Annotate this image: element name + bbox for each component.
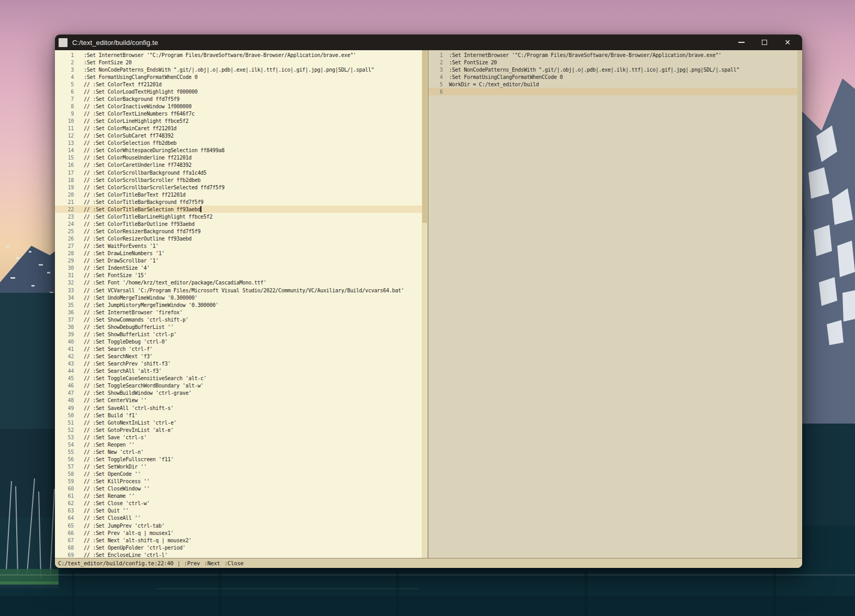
code-line[interactable]: 56// :Set ToggleFullscreen 'f11' bbox=[55, 455, 422, 463]
code-line[interactable]: 3:Set NonCodePatterns_EndsWith ".git/|.o… bbox=[55, 66, 422, 73]
code-line[interactable]: 47// :Set ShowBuildWindow 'ctrl-grave' bbox=[55, 390, 422, 397]
code-line[interactable]: 44// :Set SearchAll 'alt-f3' bbox=[55, 368, 422, 375]
code-line[interactable]: 11// :Set ColorMainCaret ff21201d bbox=[55, 125, 422, 132]
left-pane-scrollbar[interactable] bbox=[422, 50, 428, 558]
code-line[interactable]: 59// :Set KillProcess '' bbox=[55, 478, 422, 485]
code-line[interactable]: 49// :Set SaveAll 'ctrl-shift-s' bbox=[55, 404, 422, 412]
line-text: // :Set CenterView '' bbox=[84, 397, 147, 403]
code-line[interactable]: 4:Set FormatUsingClangFormatWhenCCode 0 bbox=[55, 73, 422, 81]
left-editor-pane[interactable]: 1:Set InternetBrowser '"C:/Program Files… bbox=[55, 50, 422, 558]
code-line[interactable]: 39// :Set ShowBufferList 'ctrl-p' bbox=[55, 330, 422, 338]
code-line[interactable]: 2:Set FontSize 20 bbox=[429, 59, 797, 66]
code-line[interactable]: 26// :Set ColorResizerOutline ff93aebd bbox=[55, 235, 422, 243]
code-line[interactable]: 40// :Set ToggleDebug 'ctrl-0' bbox=[55, 338, 422, 345]
code-line[interactable]: 48// :Set CenterView '' bbox=[55, 397, 422, 404]
code-line[interactable]: 5// :Set ColorText ff21201d bbox=[55, 81, 422, 88]
right-editor-pane[interactable]: 1:Set InternetBrowser '"C:/Program Files… bbox=[429, 50, 797, 558]
code-line[interactable]: 18// :Set ColorScrollbarScroller ffb2dbe… bbox=[55, 176, 422, 184]
code-line[interactable]: 12// :Set ColorSubCaret ff748392 bbox=[55, 132, 422, 140]
code-line[interactable]: 38// :Set ShowDebugBufferList '' bbox=[55, 323, 422, 330]
code-line[interactable]: 13// :Set ColorSelection ffb2dbeb bbox=[55, 140, 422, 147]
code-line[interactable]: 1:Set InternetBrowser '"C:/Program Files… bbox=[429, 51, 797, 59]
code-line[interactable]: 54// :Set Reopen '' bbox=[55, 441, 422, 448]
close-button[interactable]: ✕ bbox=[776, 35, 799, 50]
code-line[interactable]: 6// :Set ColorLoadTextHighlight f000000 bbox=[55, 88, 422, 95]
code-line[interactable]: 50// :Set Build 'f1' bbox=[55, 412, 422, 419]
code-line[interactable]: 30// :Set IndentSize '4' bbox=[55, 265, 422, 272]
line-text: // :Set ColorCaretUnderline ff748392 bbox=[84, 162, 192, 168]
line-text: // :Set ToggleCaseSensitiveSearch 'alt-c… bbox=[84, 375, 207, 381]
code-line[interactable]: 69// :Set EncloseLine 'ctrl-l' bbox=[55, 551, 422, 558]
code-line[interactable]: 17// :Set ColorScrollbarBackground ffa1c… bbox=[55, 169, 422, 176]
code-line[interactable]: 19// :Set ColorScrollbarScrollerSelected… bbox=[55, 184, 422, 191]
left-pane-scrollbar-thumb[interactable] bbox=[422, 50, 427, 223]
code-line[interactable]: 63// :Set Quit '' bbox=[55, 507, 422, 515]
line-number: 2 bbox=[429, 60, 443, 65]
line-number: 64 bbox=[55, 515, 74, 521]
code-line[interactable]: 37// :Set ShowCommands 'ctrl-shift-p' bbox=[55, 316, 422, 323]
code-line[interactable]: 43// :Set SearchPrev 'shift-f3' bbox=[55, 360, 422, 368]
code-line[interactable]: 20// :Set ColorTitleBarText ff21201d bbox=[55, 191, 422, 198]
code-line[interactable]: 52// :Set GotoPrevInList 'alt-e' bbox=[55, 426, 422, 434]
minimize-button[interactable] bbox=[730, 35, 753, 50]
line-number: 11 bbox=[55, 126, 74, 131]
code-line[interactable]: 32// :Set Font '/home/krz/text_editor/pa… bbox=[55, 279, 422, 287]
code-line[interactable]: 68// :Set OpenUpFolder 'ctrl-period' bbox=[55, 544, 422, 551]
status-command-next[interactable]: :Next bbox=[204, 560, 220, 566]
code-line[interactable]: 55// :Set New 'ctrl-n' bbox=[55, 448, 422, 455]
code-line[interactable]: 36// :Set InternetBrowser 'firefox' bbox=[55, 309, 422, 316]
code-line[interactable]: 8// :Set ColorInactiveWindow 1f000000 bbox=[55, 102, 422, 110]
code-line[interactable]: 3:Set NonCodePatterns_EndsWith ".git/|.o… bbox=[429, 66, 797, 73]
code-line[interactable]: 5WorkDir = C:/text_editor/build bbox=[429, 81, 797, 88]
code-line[interactable]: 4:Set FormatUsingClangFormatWhenCCode 0 bbox=[429, 73, 797, 81]
line-number: 38 bbox=[55, 324, 74, 330]
line-text: // :Set ColorTitleBarLineHighlight ffbce… bbox=[84, 214, 212, 220]
code-line[interactable]: 29// :Set DrawScrollbar '1' bbox=[55, 257, 422, 265]
line-number: 7 bbox=[55, 96, 74, 102]
code-line[interactable]: 51// :Set GotoNextInList 'ctrl-e' bbox=[55, 419, 422, 426]
line-text: // :Set ColorWhitespaceDuringSelection f… bbox=[84, 147, 224, 153]
code-line[interactable]: 66// :Set Prev 'alt-q | mousex1' bbox=[55, 529, 422, 537]
code-line[interactable]: 27// :Set WaitForEvents '1' bbox=[55, 243, 422, 250]
code-line[interactable]: 9// :Set ColorTextLineNumbers ff646f7c bbox=[55, 110, 422, 118]
code-line[interactable]: 42// :Set SearchNext 'f3' bbox=[55, 353, 422, 360]
line-number: 57 bbox=[55, 464, 74, 470]
line-text: // :Set CloseWindow '' bbox=[84, 486, 150, 492]
code-line[interactable]: 2:Set FontSize 20 bbox=[55, 59, 422, 66]
code-line[interactable]: 57// :Set SetWorkDir '' bbox=[55, 463, 422, 471]
code-line[interactable]: 23// :Set ColorTitleBarLineHighlight ffb… bbox=[55, 213, 422, 220]
code-line[interactable]: 7// :Set ColorBackground ffd7f5f9 bbox=[55, 95, 422, 102]
code-line[interactable]: 64// :Set CloseAll '' bbox=[55, 515, 422, 522]
code-line[interactable]: 14// :Set ColorWhitespaceDuringSelection… bbox=[55, 147, 422, 154]
code-line[interactable]: 15// :Set ColorMouseUnderline ff21201d bbox=[55, 154, 422, 162]
code-line[interactable]: 62// :Set Close 'ctrl-w' bbox=[55, 500, 422, 507]
code-line[interactable]: 34// :Set UndoMergeTimeWindow '0.300000' bbox=[55, 294, 422, 301]
code-line[interactable]: 31// :Set FontSize '15' bbox=[55, 272, 422, 279]
code-line[interactable]: 53// :Set Save 'ctrl-s' bbox=[55, 434, 422, 441]
line-text: // :Set ColorSelection ffb2dbeb bbox=[84, 140, 176, 146]
code-line[interactable]: 6 bbox=[429, 88, 797, 95]
code-line[interactable]: 16// :Set ColorCaretUnderline ff748392 bbox=[55, 162, 422, 169]
code-line[interactable]: 24// :Set ColorTitleBarOutline ff93aebd bbox=[55, 220, 422, 227]
window-titlebar[interactable]: C:/text_editor/build/config.te ✕ bbox=[55, 35, 802, 50]
right-pane-scrollbar[interactable] bbox=[797, 50, 802, 558]
code-line[interactable]: 25// :Set ColorResizerBackground ffd7f5f… bbox=[55, 228, 422, 235]
code-line[interactable]: 67// :Set Next 'alt-shift-q | mousex2' bbox=[55, 537, 422, 544]
code-line[interactable]: 35// :Set JumpHistoryMergeTimeWindow '0.… bbox=[55, 301, 422, 309]
code-line[interactable]: 61// :Set Rename '' bbox=[55, 493, 422, 500]
code-line[interactable]: 58// :Set OpenCode '' bbox=[55, 471, 422, 478]
code-line[interactable]: 41// :Set Search 'ctrl-f' bbox=[55, 346, 422, 353]
status-command-prev[interactable]: :Prev bbox=[184, 560, 200, 566]
code-line[interactable]: 46// :Set ToggleSearchWordBoundary 'alt-… bbox=[55, 382, 422, 390]
code-line[interactable]: 28// :Set DrawLineNumbers '1' bbox=[55, 250, 422, 257]
code-line[interactable]: 10// :Set ColorLineHighlight ffbce5f2 bbox=[55, 118, 422, 125]
code-line[interactable]: 1:Set InternetBrowser '"C:/Program Files… bbox=[55, 51, 422, 59]
status-command-close[interactable]: :Close bbox=[224, 560, 244, 566]
code-line[interactable]: 65// :Set JumpPrev 'ctrl-tab' bbox=[55, 522, 422, 529]
code-line[interactable]: 33// :Set VCVarsall 'C:/Program Files/Mi… bbox=[55, 287, 422, 294]
code-line[interactable]: 45// :Set ToggleCaseSensitiveSearch 'alt… bbox=[55, 375, 422, 382]
code-line[interactable]: 22// :Set ColorTitleBarSelection ff93aeb… bbox=[55, 206, 422, 213]
code-line[interactable]: 60// :Set CloseWindow '' bbox=[55, 485, 422, 493]
code-line[interactable]: 21// :Set ColorTitleBarBackground ffd7f5… bbox=[55, 198, 422, 206]
maximize-button[interactable] bbox=[753, 35, 776, 50]
